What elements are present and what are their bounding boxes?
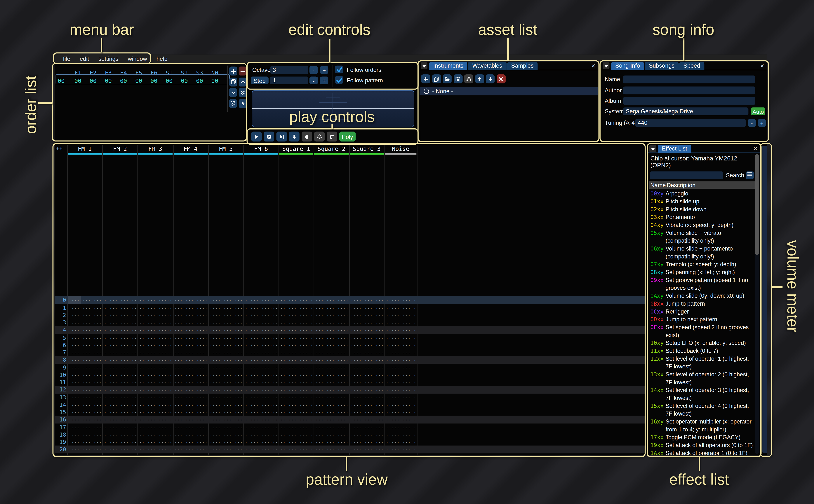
pattern-cell[interactable]: ............. xyxy=(280,364,312,371)
pattern-cell[interactable]: ............. xyxy=(104,408,136,416)
tab-instruments[interactable]: Instruments xyxy=(429,62,468,70)
channel-header-fm-1[interactable]: FM 1 xyxy=(67,146,102,153)
pattern-cell[interactable]: ............. xyxy=(139,386,171,393)
pattern-cell[interactable]: ............. xyxy=(69,364,101,371)
pattern-cell[interactable]: ............. xyxy=(315,423,347,431)
pattern-cell[interactable]: ............. xyxy=(350,319,383,326)
menu-item-help[interactable]: help xyxy=(152,56,172,62)
pattern-expand-button[interactable]: ++ xyxy=(56,146,62,151)
pattern-cell[interactable]: ............. xyxy=(69,371,101,379)
pattern-cell[interactable]: ............. xyxy=(245,364,277,371)
channel-header-fm-3[interactable]: FM 3 xyxy=(138,146,173,153)
delete-button[interactable] xyxy=(497,74,505,83)
play-pattern-button[interactable] xyxy=(264,132,274,141)
pattern-cell[interactable]: ............. xyxy=(315,371,347,379)
pattern-cell[interactable]: ............. xyxy=(386,334,415,341)
pattern-cell[interactable]: ............. xyxy=(280,423,312,431)
pattern-cell[interactable]: ............. xyxy=(104,371,136,379)
scrollbar-track[interactable] xyxy=(755,154,759,454)
pattern-cell[interactable]: ............. xyxy=(104,341,136,349)
pattern-cell[interactable]: ............. xyxy=(386,304,415,311)
toggle-folders-button[interactable] xyxy=(464,74,473,83)
tab-wavetables[interactable]: Wavetables xyxy=(468,62,506,70)
follow-pattern-checkbox[interactable] xyxy=(335,76,343,84)
pattern-cell[interactable]: ............. xyxy=(350,379,383,386)
pattern-cell[interactable]: ............. xyxy=(386,364,415,371)
pattern-cell[interactable]: ............. xyxy=(210,401,242,408)
scrollbar-thumb[interactable] xyxy=(755,154,759,255)
add-button[interactable] xyxy=(421,74,430,83)
pattern-cell[interactable]: ............. xyxy=(210,371,242,379)
pattern-cell[interactable]: ............. xyxy=(386,296,415,304)
pattern-cell[interactable]: ............. xyxy=(104,311,136,319)
pattern-cell[interactable]: ............. xyxy=(174,431,206,438)
pattern-cell[interactable]: ............. xyxy=(174,334,206,341)
order-cell[interactable]: 00 xyxy=(177,78,192,84)
tab-samples[interactable]: Samples xyxy=(507,62,538,70)
system-input[interactable]: Sega Genesis/Mega Drive xyxy=(623,107,748,115)
pattern-cell[interactable]: ............. xyxy=(280,296,312,304)
order-cell[interactable]: 00 xyxy=(207,78,222,84)
pattern-cell[interactable]: ............. xyxy=(139,304,171,311)
pattern-cell[interactable]: ............. xyxy=(210,311,242,319)
auto-button[interactable]: Auto xyxy=(751,107,765,115)
order-cell[interactable]: 00 xyxy=(146,78,162,84)
stop-button[interactable] xyxy=(301,132,312,141)
move-up-button[interactable] xyxy=(475,74,484,83)
pattern-cell[interactable]: ............. xyxy=(280,311,312,319)
pattern-cell[interactable]: ............. xyxy=(386,416,415,423)
pattern-cell[interactable]: ............. xyxy=(386,319,415,326)
step-plus-button[interactable]: + xyxy=(320,76,328,84)
pattern-cell[interactable]: ............. xyxy=(350,416,383,423)
pattern-cell[interactable]: ............. xyxy=(174,416,206,423)
pattern-cell[interactable]: ............. xyxy=(104,416,136,423)
pattern-cell[interactable]: ............. xyxy=(210,408,242,416)
collapse-icon[interactable] xyxy=(649,145,656,152)
pattern-cell[interactable]: ............. xyxy=(350,296,383,304)
pattern-cell[interactable]: ............. xyxy=(350,438,383,446)
add-button[interactable] xyxy=(229,67,237,75)
pattern-cell[interactable]: ............. xyxy=(69,393,101,401)
close-icon[interactable]: × xyxy=(753,145,757,153)
order-cell[interactable]: 00 xyxy=(101,78,116,84)
pattern-cell[interactable]: ............. xyxy=(350,311,383,319)
instrument-list-item[interactable]: - None - xyxy=(420,87,598,95)
pattern-cell[interactable]: ............. xyxy=(210,319,242,326)
step-input[interactable]: 1 xyxy=(270,76,308,84)
pattern-cell[interactable]: ............. xyxy=(350,341,383,349)
pattern-cell[interactable]: ............. xyxy=(280,334,312,341)
move-to-end-button[interactable] xyxy=(239,88,247,97)
pattern-cell[interactable]: ............. xyxy=(139,311,171,319)
pattern-cell[interactable]: ............. xyxy=(139,401,171,408)
pattern-cell[interactable]: ............. xyxy=(104,349,136,356)
pattern-cell[interactable]: ............. xyxy=(139,423,171,431)
pattern-cell[interactable]: ............. xyxy=(139,431,171,438)
pattern-cell[interactable]: ............. xyxy=(245,446,277,453)
collapse-icon[interactable] xyxy=(421,62,428,69)
author-input[interactable] xyxy=(623,86,755,94)
pattern-cell[interactable]: ............. xyxy=(104,423,136,431)
pattern-cell[interactable]: ............. xyxy=(69,319,101,326)
poly-button[interactable]: Poly xyxy=(339,132,355,141)
pattern-cell[interactable]: ............. xyxy=(315,326,347,334)
play-row-button[interactable] xyxy=(276,132,287,141)
pattern-cell[interactable]: ............. xyxy=(280,371,312,379)
octave-plus-button[interactable]: + xyxy=(320,66,328,74)
pattern-cell[interactable]: ............. xyxy=(245,304,277,311)
pattern-cell[interactable]: ............. xyxy=(104,356,136,364)
pattern-cell[interactable]: ............. xyxy=(210,393,242,401)
pattern-cell[interactable]: ............. xyxy=(210,349,242,356)
step-button[interactable]: Step xyxy=(251,76,268,84)
channel-header-noise[interactable]: Noise xyxy=(384,146,417,153)
pattern-cell[interactable]: ............. xyxy=(104,386,136,393)
pattern-cell[interactable]: ............. xyxy=(210,416,242,423)
pattern-cell[interactable]: ............. xyxy=(280,319,312,326)
pattern-cell[interactable]: ............. xyxy=(139,416,171,423)
pattern-cell[interactable]: ............. xyxy=(69,341,101,349)
pattern-cell[interactable]: ............. xyxy=(139,356,171,364)
name-input[interactable] xyxy=(623,76,755,83)
pattern-cell[interactable]: ............. xyxy=(280,401,312,408)
pattern-cell[interactable]: ............. xyxy=(350,349,383,356)
pattern-cell[interactable]: ............. xyxy=(315,296,347,304)
pattern-cell[interactable]: ............. xyxy=(104,431,136,438)
